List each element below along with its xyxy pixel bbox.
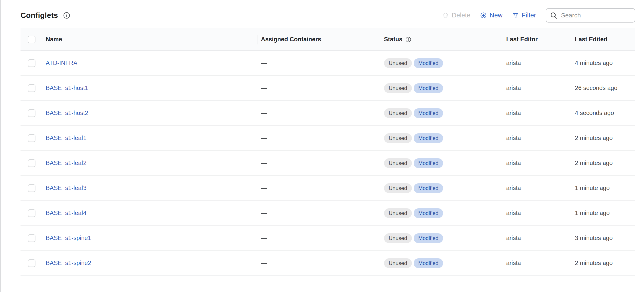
status-badge-unused: Unused — [384, 83, 412, 93]
row-checkbox-cell — [20, 101, 42, 125]
select-all-checkbox[interactable] — [28, 36, 36, 43]
last-edited-value: 4 seconds ago — [575, 110, 614, 117]
new-button[interactable]: New — [480, 12, 502, 19]
status-badge-modified: Modified — [414, 233, 443, 243]
last-edited-value: 2 minutes ago — [575, 260, 613, 266]
assigned-containers-value: — — [261, 85, 267, 92]
last-editor-value: arista — [506, 210, 521, 216]
title-group: Configlets — [20, 11, 70, 20]
row-checkbox-cell — [20, 126, 42, 150]
row-assigned-containers-cell: — — [258, 76, 377, 100]
configlet-name-link[interactable]: BASE_s1-host2 — [46, 110, 88, 117]
row-last-edited-cell: 4 seconds ago — [567, 101, 635, 125]
row-checkbox[interactable] — [28, 234, 36, 242]
header-cell-assigned-containers[interactable]: Assigned Containers — [258, 28, 377, 51]
row-status-cell: Unused Modified — [377, 126, 500, 150]
header-cell-last-editor[interactable]: Last Editor — [500, 28, 567, 51]
header-cell-name[interactable]: Name — [42, 28, 258, 51]
status-badge-modified: Modified — [414, 158, 443, 168]
header-cell-last-edited[interactable]: Last Edited — [567, 28, 635, 51]
row-checkbox[interactable] — [28, 59, 36, 67]
row-checkbox-cell — [20, 51, 42, 76]
row-checkbox[interactable] — [28, 184, 36, 192]
last-edited-value: 1 minute ago — [575, 210, 610, 216]
row-checkbox[interactable] — [28, 159, 36, 167]
status-badge-unused: Unused — [384, 208, 412, 218]
configlet-name-link[interactable]: BASE_s1-leaf4 — [46, 210, 86, 216]
table-body: ATD-INFRA — Unused Modified arista 4 min… — [20, 51, 635, 276]
search-box — [546, 8, 635, 23]
column-label-status: Status — [384, 36, 402, 43]
row-last-edited-cell: 3 minutes ago — [567, 226, 635, 250]
assigned-containers-value: — — [261, 185, 267, 192]
header-cell-status[interactable]: Status — [377, 28, 500, 51]
row-checkbox[interactable] — [28, 84, 36, 92]
toolbar: Delete New Filter — [442, 8, 635, 23]
delete-button[interactable]: Delete — [442, 12, 470, 19]
last-editor-value: arista — [506, 110, 521, 117]
configlet-name-link[interactable]: BASE_s1-leaf2 — [46, 160, 86, 167]
last-edited-value: 1 minute ago — [575, 185, 610, 192]
row-assigned-containers-cell: — — [258, 101, 377, 125]
row-checkbox[interactable] — [28, 109, 36, 117]
row-last-editor-cell: arista — [500, 226, 567, 250]
panel-left-border — [0, 0, 1, 292]
header-cell-select-all — [20, 28, 42, 51]
row-assigned-containers-cell: — — [258, 251, 377, 275]
row-checkbox[interactable] — [28, 259, 36, 267]
configlet-name-link[interactable]: BASE_s1-spine2 — [46, 260, 91, 266]
row-status-cell: Unused Modified — [377, 176, 500, 200]
configlet-name-link[interactable]: BASE_s1-leaf3 — [46, 185, 86, 192]
row-last-edited-cell: 4 minutes ago — [567, 51, 635, 76]
row-last-editor-cell: arista — [500, 201, 567, 225]
configlet-name-link[interactable]: BASE_s1-spine1 — [46, 235, 91, 241]
status-badge-unused: Unused — [384, 258, 412, 268]
info-icon[interactable] — [63, 12, 70, 19]
row-assigned-containers-cell: — — [258, 176, 377, 200]
new-button-label: New — [490, 12, 502, 19]
last-editor-value: arista — [506, 60, 521, 67]
assigned-containers-value: — — [261, 235, 267, 241]
row-name-cell: BASE_s1-host2 — [42, 101, 258, 125]
last-editor-value: arista — [506, 260, 521, 266]
row-assigned-containers-cell: — — [258, 126, 377, 150]
row-checkbox-cell — [20, 251, 42, 275]
row-status-cell: Unused Modified — [377, 251, 500, 275]
row-checkbox[interactable] — [28, 134, 36, 142]
last-edited-value: 2 minutes ago — [575, 135, 613, 142]
assigned-containers-value: — — [261, 135, 267, 142]
column-label-last-editor: Last Editor — [506, 36, 538, 43]
row-last-editor-cell: arista — [500, 101, 567, 125]
row-status-cell: Unused Modified — [377, 151, 500, 175]
last-edited-value: 3 minutes ago — [575, 235, 613, 241]
status-badge-modified: Modified — [414, 58, 443, 68]
status-badge-unused: Unused — [384, 158, 412, 168]
row-checkbox-cell — [20, 176, 42, 200]
last-edited-value: 4 minutes ago — [575, 60, 613, 67]
column-label-last-edited: Last Edited — [575, 36, 608, 43]
row-checkbox[interactable] — [28, 209, 36, 217]
status-badge-modified: Modified — [414, 258, 443, 268]
row-last-edited-cell: 1 minute ago — [567, 176, 635, 200]
column-label-name: Name — [46, 36, 62, 43]
row-status-cell: Unused Modified — [377, 201, 500, 225]
configlet-name-link[interactable]: BASE_s1-leaf1 — [46, 135, 86, 142]
status-info-icon[interactable] — [405, 36, 412, 43]
row-assigned-containers-cell: — — [258, 201, 377, 225]
row-last-editor-cell: arista — [500, 251, 567, 275]
row-checkbox-cell — [20, 201, 42, 225]
row-name-cell: BASE_s1-leaf4 — [42, 201, 258, 225]
table-row: BASE_s1-leaf4 — Unused Modified arista 1… — [20, 201, 635, 226]
row-name-cell: BASE_s1-leaf3 — [42, 176, 258, 200]
row-last-editor-cell: arista — [500, 51, 567, 76]
configlet-name-link[interactable]: BASE_s1-host1 — [46, 85, 88, 92]
last-edited-value: 26 seconds ago — [575, 85, 618, 92]
filter-button[interactable]: Filter — [512, 12, 536, 19]
row-assigned-containers-cell: — — [258, 226, 377, 250]
row-last-editor-cell: arista — [500, 76, 567, 100]
last-editor-value: arista — [506, 185, 521, 192]
table-row: BASE_s1-spine1 — Unused Modified arista … — [20, 226, 635, 251]
configlet-name-link[interactable]: ATD-INFRA — [46, 60, 78, 67]
row-assigned-containers-cell: — — [258, 151, 377, 175]
search-input[interactable] — [560, 12, 631, 19]
